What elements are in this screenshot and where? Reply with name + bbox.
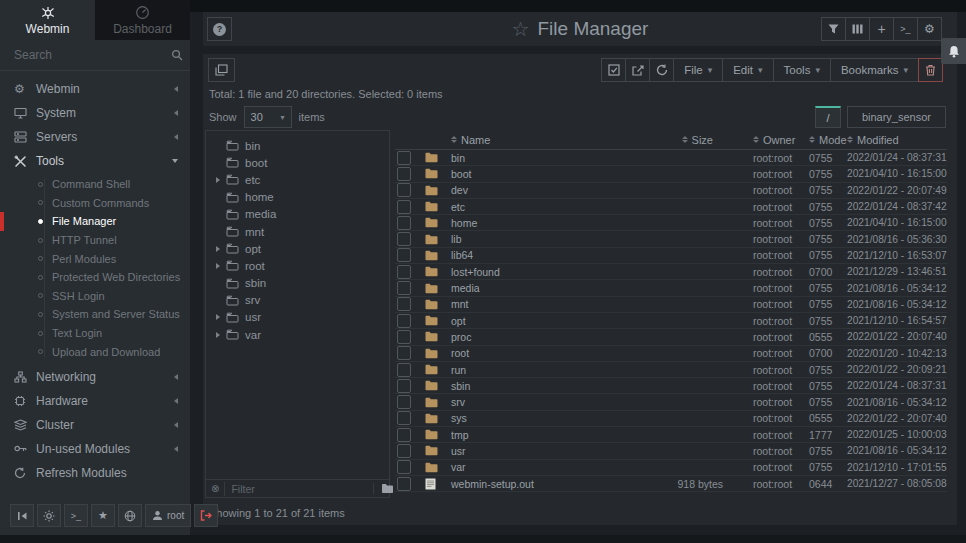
sidebar-item-tools[interactable]: Tools [0,149,190,173]
row-checkbox[interactable] [397,200,411,214]
breadcrumb-root[interactable]: / [815,106,841,128]
column-header-name[interactable]: Name [451,130,629,150]
sidebar-item-webmin[interactable]: ⚙ Webmin [0,77,190,101]
row-checkbox[interactable] [397,428,411,442]
table-row[interactable]: dev root:root 0755 2022/01/22 - 20:07:49 [395,182,947,198]
show-items-select[interactable]: 30 ▾ [244,106,292,128]
row-checkbox[interactable] [397,167,411,181]
tab-dashboard[interactable]: Dashboard [95,0,190,40]
row-checkbox[interactable] [397,314,411,328]
table-row[interactable]: lib root:root 0755 2021/08/16 - 05:36:30 [395,231,947,247]
expand-arrow-icon[interactable] [216,246,226,252]
row-checkbox[interactable] [397,460,411,474]
terminal-button[interactable]: >_ [64,504,88,527]
tools-submenu-item[interactable]: Text Login [0,324,190,343]
table-row[interactable]: var root:root 0755 2021/12/10 - 17:01:55 [395,459,947,475]
table-row[interactable]: proc root:root 0555 2022/01/22 - 20:07:4… [395,329,947,345]
expand-arrow-icon[interactable] [216,160,226,166]
row-checkbox[interactable] [397,281,411,295]
menu-tools[interactable]: Tools▾ [773,58,831,82]
row-checkbox[interactable] [397,477,411,491]
row-checkbox[interactable] [397,444,411,458]
row-checkbox[interactable] [397,216,411,230]
sidebar-item-cluster[interactable]: Cluster [0,413,190,437]
sidebar-search-input[interactable] [12,47,171,63]
table-row[interactable]: bin root:root 0755 2022/01/24 - 08:37:31 [395,150,947,166]
refresh-button[interactable] [649,58,674,82]
trash-button[interactable] [918,58,943,82]
logout-button[interactable] [194,504,218,527]
tools-submenu-item[interactable]: Perl Modules [0,249,190,268]
menu-file[interactable]: File▾ [673,58,723,82]
collapse-sidebar-button[interactable] [10,504,34,527]
expand-arrow-icon[interactable] [216,194,226,200]
tools-submenu-item[interactable]: SSH Login [0,287,190,306]
add-tab-button[interactable]: + [869,17,894,41]
row-checkbox[interactable] [397,297,411,311]
row-checkbox[interactable] [397,330,411,344]
tree-folder-button[interactable] [373,483,394,494]
table-row[interactable]: sbin root:root 0755 2022/01/24 - 08:37:3… [395,378,947,394]
row-checkbox[interactable] [397,379,411,393]
tools-submenu-item[interactable]: System and Server Status [0,305,190,324]
expand-arrow-icon[interactable] [216,280,226,286]
tools-submenu-item[interactable]: Upload and Download [0,342,190,361]
tree-item[interactable]: var [206,326,389,343]
row-checkbox[interactable] [397,232,411,246]
filter-button[interactable] [821,17,846,41]
expand-arrow-icon[interactable] [216,314,226,320]
tools-submenu-item[interactable]: Protected Web Directories [0,268,190,287]
shell-button[interactable]: >_ [893,17,918,41]
table-row[interactable]: etc root:root 0755 2022/01/24 - 08:37:42 [395,198,947,214]
clear-filter-icon[interactable]: ⊗ [211,483,219,494]
row-checkbox[interactable] [397,395,411,409]
tree-item[interactable]: media [206,206,389,223]
table-row[interactable]: lib64 root:root 0755 2021/12/10 - 16:53:… [395,247,947,263]
theme-sun-button[interactable] [37,504,61,527]
table-row[interactable]: usr root:root 0755 2021/08/16 - 05:34:12 [395,443,947,459]
language-globe-button[interactable] [118,504,142,527]
tab-webmin[interactable]: Webmin [0,0,95,40]
sidebar-item-servers[interactable]: Servers [0,125,190,149]
expand-arrow-icon[interactable] [216,229,226,235]
notifications-tab[interactable] [941,38,966,64]
tree-item[interactable]: home [206,189,389,206]
table-row[interactable]: opt root:root 0755 2021/12/10 - 16:54:57 [395,312,947,328]
share-button[interactable] [625,58,650,82]
expand-arrow-icon[interactable] [216,297,226,303]
tools-submenu-item[interactable]: Custom Commands [0,194,190,213]
table-row[interactable]: home root:root 0755 2021/04/10 - 16:15:0… [395,215,947,231]
table-row[interactable]: tmp root:root 1777 2022/01/25 - 10:00:03 [395,427,947,443]
row-checkbox[interactable] [397,151,411,165]
select-all-button[interactable] [601,58,626,82]
expand-arrow-icon[interactable] [216,263,226,269]
tools-submenu-item[interactable]: File Manager [0,212,190,231]
sidebar-item-system[interactable]: System [0,101,190,125]
table-row[interactable]: webmin-setup.out 918 bytes root:root 064… [395,475,947,491]
row-checkbox[interactable] [397,411,411,425]
tree-item[interactable]: bin [206,137,389,154]
favorites-star-button[interactable]: ★ [91,504,115,527]
tree-item[interactable]: mnt [206,223,389,240]
expand-arrow-icon[interactable] [216,143,226,149]
columns-button[interactable] [845,17,870,41]
settings-gear-button[interactable]: ⚙ [917,17,942,41]
tree-item[interactable]: boot [206,154,389,171]
expand-arrow-icon[interactable] [216,211,226,217]
row-checkbox[interactable] [397,363,411,377]
tree-item[interactable]: etc [206,171,389,188]
column-header-size[interactable]: Size [629,130,727,150]
expand-arrow-icon[interactable] [216,332,226,338]
menu-bookmarks[interactable]: Bookmarks▾ [830,58,919,82]
column-header-mode[interactable]: Mode [793,130,841,150]
expand-arrow-icon[interactable] [216,177,226,183]
row-checkbox[interactable] [397,248,411,262]
sidebar-item-networking[interactable]: Networking [0,365,190,389]
table-row[interactable]: root root:root 0700 2022/01/20 - 10:42:1… [395,345,947,361]
column-header-owner[interactable]: Owner [727,130,793,150]
tools-submenu-item[interactable]: Command Shell [0,175,190,194]
sidebar-item-refresh-modules[interactable]: Refresh Modules [0,461,190,485]
row-checkbox[interactable] [397,346,411,360]
table-row[interactable]: sys root:root 0555 2022/01/22 - 20:07:40 [395,410,947,426]
tree-item[interactable]: srv [206,292,389,309]
